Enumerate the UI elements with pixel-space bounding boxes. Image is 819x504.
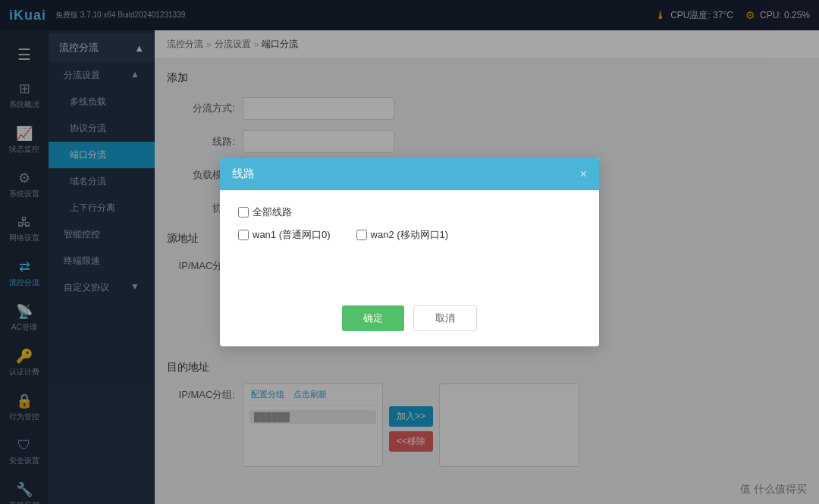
- all-lines-checkbox[interactable]: [238, 207, 249, 218]
- wan1-checkbox[interactable]: [238, 230, 249, 240]
- wan1-label: wan1 (普通网口0): [253, 228, 331, 242]
- dialog-confirm-btn[interactable]: 确定: [342, 305, 404, 331]
- dialog-header: 线路 ×: [220, 158, 599, 190]
- dialog-cancel-btn[interactable]: 取消: [413, 305, 477, 331]
- all-lines-checkbox-label[interactable]: 全部线路: [238, 205, 292, 219]
- dialog-close-btn[interactable]: ×: [580, 167, 587, 181]
- wan1-checkbox-label[interactable]: wan1 (普通网口0): [238, 228, 331, 242]
- line-dialog: 线路 × 全部线路 wan1 (普通网口0) wan2 (移动网口1): [220, 158, 599, 346]
- dialog-body: 全部线路 wan1 (普通网口0) wan2 (移动网口1): [220, 190, 599, 296]
- dialog-title: 线路: [232, 167, 255, 181]
- dialog-all-lines-row: 全部线路: [238, 205, 581, 219]
- wan2-checkbox[interactable]: [356, 230, 367, 240]
- all-lines-label: 全部线路: [253, 205, 292, 219]
- dialog-wan-row: wan1 (普通网口0) wan2 (移动网口1): [238, 228, 581, 242]
- dialog-overlay: 线路 × 全部线路 wan1 (普通网口0) wan2 (移动网口1): [0, 0, 819, 504]
- wan2-checkbox-label[interactable]: wan2 (移动网口1): [356, 228, 449, 242]
- dialog-footer: 确定 取消: [220, 296, 599, 346]
- wan2-label: wan2 (移动网口1): [371, 228, 449, 242]
